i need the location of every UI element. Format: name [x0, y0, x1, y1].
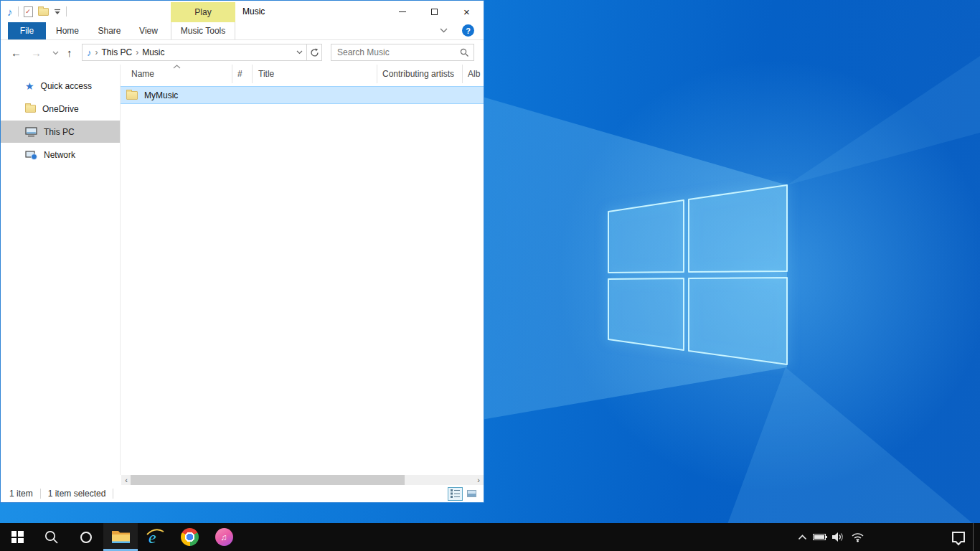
column-header-contributing-artists[interactable]: Contributing artists: [377, 65, 463, 83]
wifi-icon[interactable]: [851, 532, 864, 542]
divider: [113, 489, 113, 499]
item-count: 1 item: [9, 489, 33, 499]
up-button[interactable]: ↑: [67, 40, 72, 65]
column-header-album[interactable]: Alb: [463, 65, 484, 83]
window-body: ★ Quick access OneDrive This PC: [1, 65, 484, 475]
details-view-button[interactable]: [448, 487, 463, 501]
address-bar[interactable]: ♪ › This PC › Music: [82, 44, 322, 61]
battery-icon[interactable]: [813, 534, 826, 540]
file-list-pane: Name # Title Contributing artists Alb My…: [121, 65, 484, 475]
horizontal-scrollbar-row: ‹ ›: [1, 475, 484, 485]
breadcrumb-this-pc[interactable]: This PC: [102, 47, 133, 57]
horizontal-scrollbar[interactable]: ‹ ›: [121, 475, 484, 485]
large-icons-view-button[interactable]: [464, 487, 479, 501]
scrollbar-thumb[interactable]: [131, 475, 405, 485]
tab-home[interactable]: Home: [46, 22, 89, 39]
titlebar[interactable]: ♪ ✓ Play Music ×: [1, 1, 484, 22]
show-desktop-button[interactable]: [973, 523, 974, 551]
sidebar-item-onedrive[interactable]: OneDrive: [1, 98, 120, 120]
tab-music-tools[interactable]: Music Tools: [171, 22, 235, 39]
quick-access-star-icon: ★: [25, 81, 34, 91]
chrome-icon: [181, 528, 199, 546]
breadcrumb-separator: ›: [136, 47, 138, 57]
properties-icon[interactable]: ✓: [24, 6, 33, 17]
expand-ribbon-chevron-icon[interactable]: [440, 28, 448, 33]
tab-view[interactable]: View: [130, 22, 167, 39]
navigation-toolbar: ← → ↑ ♪ › This PC › Music: [1, 40, 484, 65]
start-button[interactable]: [0, 523, 34, 551]
this-pc-monitor-icon: [25, 127, 37, 137]
column-headers: Name # Title Contributing artists Alb: [121, 65, 484, 83]
scroll-right-arrow[interactable]: ›: [473, 475, 484, 485]
refresh-button[interactable]: [307, 44, 321, 60]
search-icon: [44, 529, 60, 545]
address-dropdown-button[interactable]: [292, 44, 306, 60]
app-music-note-icon: ♪: [7, 6, 13, 17]
search-box: [331, 44, 474, 61]
column-header-title[interactable]: Title: [253, 65, 377, 83]
scrollbar-spacer: [1, 475, 121, 485]
sidebar-item-label: OneDrive: [42, 104, 79, 114]
volume-icon[interactable]: [831, 532, 845, 542]
status-bar: 1 item 1 item selected: [1, 485, 484, 502]
onedrive-folder-icon: [25, 105, 36, 113]
taskbar-buttons: e ♫: [0, 523, 241, 551]
tab-file[interactable]: File: [8, 22, 46, 39]
view-toggle-buttons: [448, 487, 479, 501]
taskbar-search-button[interactable]: [34, 523, 69, 551]
action-center-icon: [952, 532, 965, 542]
thumbnail-icon: [467, 490, 476, 497]
hidden-icons-chevron-icon[interactable]: [798, 534, 807, 540]
tab-share[interactable]: Share: [89, 22, 130, 39]
maximize-icon: [431, 9, 438, 15]
cortana-button[interactable]: [69, 523, 103, 551]
sidebar-item-label: This PC: [44, 127, 75, 137]
taskbar: e ♫: [0, 523, 980, 551]
close-button[interactable]: ×: [451, 1, 483, 22]
file-explorer-taskbar-button[interactable]: [103, 523, 138, 551]
help-button[interactable]: ?: [462, 24, 474, 37]
action-center-button[interactable]: [948, 523, 969, 551]
maximize-button[interactable]: [418, 1, 451, 22]
search-icon[interactable]: [460, 48, 469, 57]
forward-button[interactable]: →: [31, 40, 42, 65]
column-header-name[interactable]: Name: [121, 65, 232, 83]
internet-explorer-button[interactable]: e: [138, 523, 172, 551]
sidebar-item-quick-access[interactable]: ★ Quick access: [1, 75, 120, 97]
customize-toolbar-icon[interactable]: [54, 9, 61, 15]
address-bar-controls: [292, 44, 321, 60]
minimize-button[interactable]: [386, 1, 418, 22]
column-header-number[interactable]: #: [232, 65, 253, 83]
file-explorer-icon: [111, 529, 131, 545]
file-explorer-window: ♪ ✓ Play Music × File Home Share View Mu…: [0, 0, 484, 503]
breadcrumb-music[interactable]: Music: [142, 47, 164, 57]
minimize-icon: [399, 11, 406, 12]
divider: [40, 489, 41, 499]
itunes-icon: ♫: [215, 528, 233, 546]
divider: [18, 6, 19, 17]
folder-icon: [126, 91, 138, 100]
internet-explorer-icon: e: [146, 527, 165, 547]
sidebar-item-network[interactable]: Network: [1, 143, 120, 166]
selection-count: 1 item selected: [48, 489, 106, 499]
cortana-circle-icon: [80, 532, 92, 543]
contextual-tab-play[interactable]: Play: [171, 2, 235, 22]
back-button[interactable]: ←: [11, 40, 22, 65]
new-folder-icon[interactable]: [38, 8, 49, 16]
sidebar-item-label: Quick access: [41, 81, 92, 91]
ribbon-tab-row: File Home Share View Music Tools ?: [1, 22, 484, 40]
divider: [66, 6, 67, 17]
file-name: MyMusic: [144, 90, 178, 100]
windows-start-icon: [11, 531, 24, 543]
location-music-note-icon: ♪: [87, 48, 92, 57]
chrome-button[interactable]: [172, 523, 207, 551]
sidebar-item-label: Network: [44, 150, 75, 160]
quick-access-toolbar: ♪ ✓: [1, 6, 67, 17]
itunes-button[interactable]: ♫: [207, 523, 241, 551]
scroll-left-arrow[interactable]: ‹: [121, 475, 131, 485]
recent-locations-chevron-icon[interactable]: [52, 51, 59, 55]
file-row-mymusic[interactable]: MyMusic: [121, 86, 484, 104]
search-input[interactable]: [331, 47, 460, 57]
breadcrumb-separator: ›: [95, 47, 98, 57]
sidebar-item-this-pc[interactable]: This PC: [1, 121, 120, 143]
